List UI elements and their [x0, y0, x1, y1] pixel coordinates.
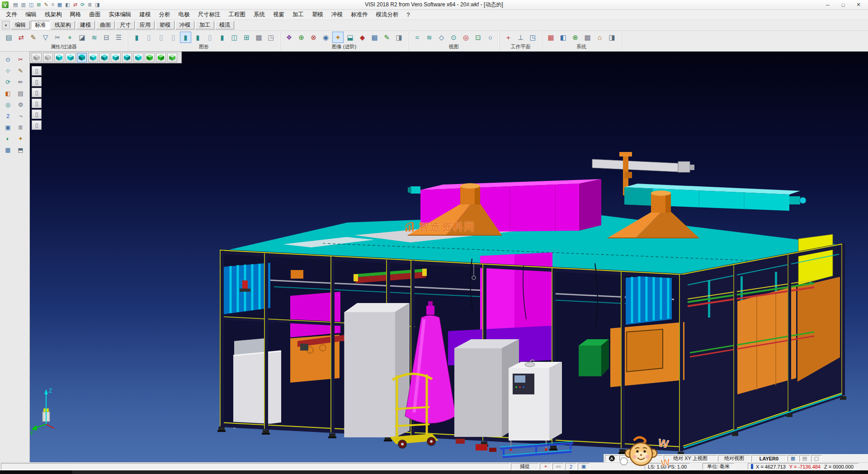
toolbar-icon[interactable]: ▮	[217, 32, 228, 43]
viewport-3d[interactable]: Z Y	[30, 52, 868, 462]
toolbar-icon[interactable]: ◪	[76, 32, 88, 43]
absolute-view-indicator[interactable]: 绝对视图	[718, 455, 750, 462]
toolbar-icon[interactable]: ▦	[369, 32, 380, 43]
toolbar-icon[interactable]: ◆	[357, 32, 368, 43]
view-orientation-button[interactable]	[167, 53, 177, 62]
quick-access-icon[interactable]: ⟳	[80, 2, 85, 7]
active-layer-selector[interactable]: LAYER0	[751, 455, 787, 462]
quick-access-icon[interactable]: ⌗	[52, 2, 54, 7]
menu-item[interactable]: 系统	[250, 10, 269, 19]
left-tool-icon[interactable]: ✎	[15, 66, 26, 76]
view-orientation-button[interactable]	[88, 53, 98, 62]
toolbar-icon[interactable]: ⇄	[15, 32, 27, 43]
toolbar-icon[interactable]: +	[503, 32, 514, 43]
quick-access-icon[interactable]: ✎	[44, 2, 48, 7]
toolbar-icon[interactable]: ⊙	[448, 32, 459, 43]
menu-item[interactable]: 加工	[288, 10, 308, 19]
toolbar-icon[interactable]: ☰	[113, 32, 124, 43]
toolbar-icon[interactable]: ⊕	[296, 32, 307, 43]
minimize-button[interactable]: ─	[820, 0, 835, 9]
clipboard-view-button[interactable]: ▯	[32, 120, 42, 130]
menu-item[interactable]: 冲模	[327, 10, 347, 19]
os-taskbar-edge[interactable]	[0, 470, 868, 474]
quick-access-icon[interactable]: ⊞	[37, 2, 41, 7]
menu-item[interactable]: 分析	[155, 10, 175, 19]
toolbar-tab[interactable]: 模流	[215, 21, 234, 29]
quick-access-icon[interactable]: ◫	[29, 2, 33, 7]
units-indicator[interactable]: 单位: 毫米	[703, 463, 734, 470]
toolbar-icon[interactable]: ⊗	[308, 32, 319, 43]
toolbar-icon[interactable]: ◫	[229, 32, 240, 43]
left-tool-icon[interactable]: ▤	[15, 88, 26, 99]
menu-item[interactable]: 编辑	[21, 10, 41, 19]
view-orientation-button[interactable]	[77, 53, 87, 62]
toolbar-icon[interactable]: ▯	[143, 32, 155, 43]
menu-item[interactable]: 网格	[66, 10, 85, 19]
toolbar-icon[interactable]: ▮	[131, 32, 142, 43]
toolbar-icon[interactable]: ✦	[332, 32, 344, 43]
menu-item[interactable]: 建模	[136, 10, 155, 19]
toolbar-icon[interactable]: ◳	[265, 32, 277, 43]
menu-item[interactable]: ?	[403, 11, 414, 19]
toolbar-icon[interactable]: ▯	[204, 32, 216, 43]
view-orientation-button[interactable]	[32, 53, 42, 62]
left-tool-icon[interactable]: ≣	[15, 122, 26, 133]
left-tool-icon[interactable]: ✂	[15, 54, 26, 65]
clipboard-view-button[interactable]: ▯	[32, 109, 42, 119]
left-tool-icon[interactable]: ◎	[2, 100, 14, 110]
status-icon-button[interactable]: ▭	[552, 463, 564, 470]
toolbar-tab[interactable]: 应用	[136, 21, 155, 29]
toolbar-icon[interactable]: ⌂	[594, 32, 605, 43]
toolbar-tab[interactable]: 编辑	[11, 21, 30, 29]
left-tool-icon[interactable]: ¬	[15, 111, 26, 121]
toolbar-tab[interactable]: 加工	[195, 21, 214, 29]
toolbar-icon[interactable]: ≋	[89, 32, 100, 43]
toolbar-tab[interactable]: 标准	[31, 21, 50, 29]
quick-access-icon[interactable]: ◧	[65, 2, 70, 7]
quick-access-icon[interactable]: ◨	[95, 2, 99, 7]
menu-item[interactable]: 塑模	[308, 10, 327, 19]
menu-item[interactable]: 工程图	[225, 10, 250, 19]
left-tool-icon[interactable]: ▦	[2, 145, 14, 155]
toolbar-icon[interactable]: ▽	[40, 32, 51, 43]
left-tool-icon[interactable]: ⬒	[15, 145, 26, 155]
toolbar-icon[interactable]: ◧	[557, 32, 569, 43]
toolbar-tab[interactable]: 曲面	[96, 21, 115, 29]
toolbar-icon[interactable]: ▯	[156, 32, 167, 43]
left-tool-icon[interactable]: ◧	[2, 88, 14, 99]
clipboard-view-button[interactable]: ▯	[32, 88, 42, 97]
titlebar[interactable]: V ▤▥◫⊞✎⌗▦◧⇄⟳≣◨ VISI 2018 R2 from Vero So…	[0, 0, 868, 10]
status-icon-button[interactable]: 2	[565, 463, 577, 470]
toolbar-icon[interactable]: ○	[485, 32, 496, 43]
left-tool-icon[interactable]: ◐	[2, 133, 14, 144]
quick-access-icon[interactable]: ⇄	[73, 2, 77, 7]
menu-item[interactable]: 曲面	[85, 10, 105, 19]
toolbar-icon[interactable]: ✎	[28, 32, 39, 43]
view-orientation-button[interactable]	[111, 53, 121, 62]
quick-access-icon[interactable]: ≣	[88, 2, 92, 7]
view-orientation-button[interactable]	[145, 53, 155, 62]
toolbar-icon[interactable]: ⊗	[570, 32, 581, 43]
toolbar-tab[interactable]: 塑模	[156, 21, 175, 29]
menu-item[interactable]: 电极	[175, 10, 194, 19]
toolbar-icon[interactable]: ≈	[411, 32, 423, 43]
clipboard-view-button[interactable]: ▯	[32, 66, 42, 76]
view-orientation-button[interactable]	[54, 53, 64, 62]
quick-access-icon[interactable]: ▦	[57, 2, 62, 7]
status-icon-button[interactable]: ▤	[799, 455, 810, 462]
toolbar-icon[interactable]: ▩	[253, 32, 264, 43]
menu-item[interactable]: 视窗	[269, 10, 288, 19]
toolbar-icon[interactable]: ⌖	[64, 32, 75, 43]
left-tool-icon[interactable]: ✏	[15, 77, 26, 87]
clipboard-view-button[interactable]: ▯	[32, 77, 42, 86]
view-orientation-button[interactable]	[43, 53, 53, 62]
toolbar-icon[interactable]: ≋	[424, 32, 435, 43]
toolbar-icon[interactable]: ⊡	[472, 32, 484, 43]
left-tool-icon[interactable]: ⟳	[2, 77, 14, 87]
toolbar-icon[interactable]: ❖	[283, 32, 295, 43]
toolbar-icon[interactable]: ⊟	[101, 32, 112, 43]
status-icon-button[interactable]: ▣	[578, 463, 590, 470]
toolbar-icon[interactable]: ✂	[52, 32, 63, 43]
view-orientation-button[interactable]	[66, 53, 75, 62]
toolbar-icon[interactable]: ✎	[381, 32, 392, 43]
